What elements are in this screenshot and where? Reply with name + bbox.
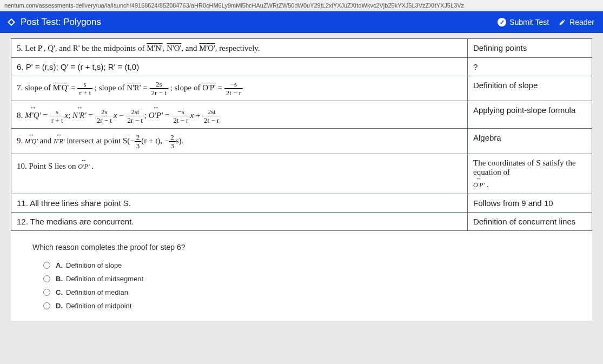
option-text: Definition of slope (66, 261, 122, 269)
step-cell: 10. Point S lies on O'P' . (11, 154, 468, 194)
reason-cell: Defining points (468, 39, 592, 58)
text: O'P' (202, 83, 216, 92)
header-bar: Post Test: Polygons ✓ Submit Test Reader (0, 11, 603, 33)
text: 9. (17, 136, 25, 145)
text: ; (144, 111, 149, 120)
fraction: 2st2t − r (202, 108, 221, 124)
table-row: 8. M'Q' = sr + tx; N'R' = 2s2r − tx − 2s… (11, 101, 592, 129)
option-letter: D. (56, 302, 63, 310)
text: x (114, 111, 117, 120)
text: + (194, 111, 202, 120)
fraction: 2s2r − t (95, 108, 114, 124)
fraction: sr + t (50, 108, 65, 124)
text: The coordinates of S satisfy the equatio… (473, 158, 576, 176)
proof-table: 5. Let P', Q', and R' be the midpoints o… (11, 38, 592, 231)
pencil-icon (559, 18, 566, 26)
question-text: Which reason completes the proof for ste… (32, 243, 571, 252)
option-text: Definition of median (66, 288, 128, 296)
reason-cell: Applying point-slope formula (468, 101, 592, 129)
line-label: N'R' (72, 105, 87, 120)
option-letter: A. (56, 261, 63, 269)
text: = (69, 83, 77, 92)
step-cell: 11. All three lines share point S. (11, 194, 468, 213)
text: M'Q' (53, 83, 69, 92)
table-row: 6. P' = (r,s); Q' = (r + t,s); R' = (t,0… (11, 58, 592, 76)
fraction: 2st2r − t (126, 108, 144, 124)
step-cell: 5. Let P', Q', and R' be the midpoints o… (11, 39, 468, 58)
radio-icon (43, 289, 50, 296)
reason-cell: The coordinates of S satisfy the equatio… (468, 154, 592, 194)
text: ; (68, 111, 72, 120)
text: . (90, 162, 94, 170)
text: (r + t), − (141, 136, 169, 145)
fraction: −s2t − r (224, 81, 243, 96)
reason-cell: Algebra (468, 129, 592, 154)
radio-icon (43, 262, 50, 269)
option-letter: C. (56, 288, 63, 296)
reason-cell: Definition of slope (468, 76, 592, 101)
fraction: sr + t (77, 81, 92, 96)
page-title: Post Test: Polygons (21, 17, 101, 28)
table-row: 5. Let P', Q', and R' be the midpoints o… (11, 39, 592, 58)
reason-cell: Definition of concurrent lines (468, 213, 592, 231)
line-label: N'R' (54, 133, 64, 145)
line-label: O'P' (149, 105, 163, 120)
table-row: 12. The medians are concurrent. Definiti… (11, 213, 592, 231)
text: 8. (17, 111, 25, 120)
reason-cell: Follows from 9 and 10 (468, 194, 592, 213)
check-icon: ✓ (498, 18, 506, 27)
text: = (163, 111, 171, 120)
line-label: O'P' (78, 158, 89, 171)
step-cell: 12. The medians are concurrent. (11, 213, 468, 231)
text: = (41, 111, 50, 120)
option-text: Definition of midpoint (66, 302, 131, 310)
option-c[interactable]: C.Definition of median (43, 288, 571, 296)
text: intersect at point (64, 136, 122, 145)
submit-label: Submit Test (509, 18, 549, 27)
option-text: Definition of midsegment (66, 275, 143, 283)
app-icon (8, 18, 15, 26)
table-row: 9. M'Q' and N'R' intersect at point S(−2… (11, 129, 592, 154)
option-b[interactable]: B.Definition of midsegment (43, 275, 571, 283)
text: = (216, 83, 224, 92)
line-label: M'Q' (25, 105, 41, 120)
line-label: M'Q' (25, 133, 38, 145)
step-cell: 8. M'Q' = sr + tx; N'R' = 2s2r − tx − 2s… (11, 101, 468, 129)
option-d[interactable]: D.Definition of midpoint (43, 302, 571, 310)
text: = (141, 83, 150, 92)
table-row: 7. slope of M'Q' = sr + t ; slope of N'R… (11, 76, 592, 101)
fraction: 23 (169, 134, 176, 149)
step-cell: 6. P' = (r,s); Q' = (r + t,s); R' = (t,0… (11, 58, 468, 76)
content-area: 5. Let P', Q', and R' be the midpoints o… (11, 38, 592, 321)
line-label: O'P' (473, 177, 485, 189)
text: 7. slope of (17, 83, 53, 92)
text: ; slope of (95, 83, 127, 92)
text: s). (176, 136, 184, 145)
radio-icon (43, 275, 50, 282)
options-list: A.Definition of slope B.Definition of mi… (32, 261, 571, 310)
text: N'R' (127, 83, 141, 92)
radio-icon (43, 302, 50, 309)
text: and (38, 136, 54, 145)
step-cell: 7. slope of M'Q' = sr + t ; slope of N'R… (11, 76, 468, 101)
text: . (485, 180, 489, 189)
fraction: −s2t − r (171, 108, 190, 124)
reason-cell: ? (468, 58, 592, 76)
reader-button[interactable]: Reader (559, 18, 594, 27)
text: 10. Point S lies on (17, 162, 78, 170)
submit-test-button[interactable]: ✓ Submit Test (498, 18, 549, 27)
text: − (117, 111, 126, 120)
reader-label: Reader (569, 18, 594, 27)
fraction: 2s2r − t (150, 81, 168, 96)
url-bar: nentum.com/assessments-delivery/ua/la/la… (0, 0, 603, 11)
option-letter: B. (56, 275, 63, 283)
table-row: 11. All three lines share point S. Follo… (11, 194, 592, 213)
step-cell: 9. M'Q' and N'R' intersect at point S(−2… (11, 129, 468, 154)
table-row: 10. Point S lies on O'P' . The coordinat… (11, 154, 592, 194)
text: = (87, 111, 95, 120)
question-block: Which reason completes the proof for ste… (11, 231, 592, 321)
option-a[interactable]: A.Definition of slope (43, 261, 571, 269)
fraction: 23 (135, 134, 142, 149)
text: ; slope of (170, 83, 203, 92)
text: S(− (123, 136, 135, 145)
